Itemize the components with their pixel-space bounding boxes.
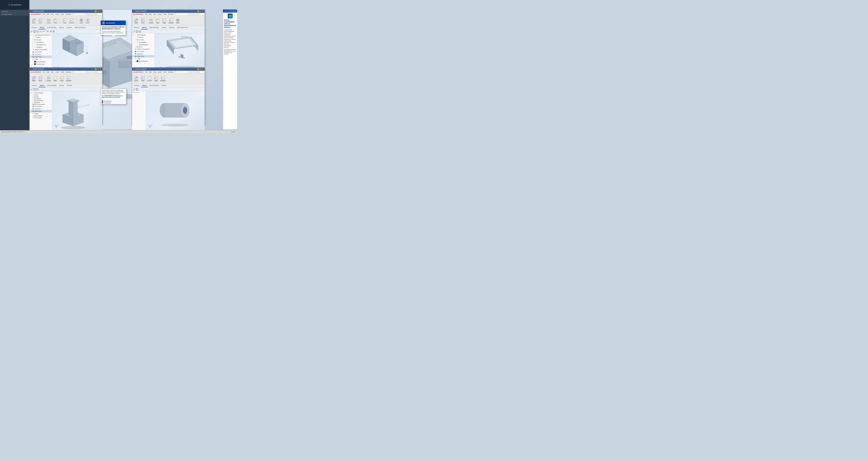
menu-help-br[interactable]: ? (175, 71, 176, 73)
tab-markup-tr[interactable]: Markup (161, 26, 167, 29)
search-tr[interactable]: Search Commands (188, 13, 204, 15)
tree-item-sensors-tl[interactable]: ▷ ◉ Sensors (30, 38, 52, 41)
tree-frontplane-tr[interactable]: ▣ Front Plane (132, 50, 154, 53)
menu-view-bl[interactable]: View (51, 71, 54, 73)
tree-bossextrude-tr[interactable]: ▷ ⬛ Boss-Extrude1 (132, 60, 154, 62)
menu-edit-bl[interactable]: Edit (46, 71, 49, 73)
icon-arc-tl[interactable] (39, 30, 42, 33)
btn-connect-bl[interactable]: Connect (45, 76, 52, 82)
tree-history-bl[interactable]: ▷ History (30, 94, 52, 96)
tree-item-annotations-tl[interactable]: ▷ A Annotations (30, 41, 52, 44)
menu-tools-tr[interactable]: Tools (163, 13, 167, 15)
tree-equations-tr[interactable]: ▷ Equations (132, 46, 154, 48)
btn-rapid-bl[interactable]: R Rapid (59, 76, 65, 82)
tree-topplane-tr[interactable]: ▣ Top Plane (132, 53, 154, 55)
tree-item-solidbodies-tl[interactable]: ▷ □ Solid Bodies(1) (30, 44, 52, 46)
icon-circle-tl[interactable] (36, 30, 39, 33)
menu-tools-tl[interactable]: Tools (61, 13, 64, 15)
icon-rect-tr[interactable] (136, 30, 138, 33)
tab-mbd-tl[interactable]: MBD Dimensions (74, 26, 87, 29)
tree-item-rightplane-tl[interactable]: ▣ Right Plane (30, 56, 52, 58)
menu-view-tr[interactable]: View (153, 13, 156, 15)
tree-sensors-tr[interactable]: ▷ ◉ Sensors (132, 38, 154, 41)
menu-view-br[interactable]: View (153, 71, 156, 73)
menu-window-br[interactable]: Window (168, 71, 174, 73)
btn-connect-tr[interactable]: Connect (148, 18, 154, 24)
tab-evaluate-bl[interactable]: Evaluate (66, 84, 73, 87)
menu-edit-br[interactable]: Edit (149, 71, 152, 73)
icon-circle-tr[interactable] (139, 30, 141, 33)
viewport-top-left[interactable]: Right Plane X Y Z (52, 33, 102, 72)
btn-snaps-tl[interactable]: Snaps (78, 18, 84, 24)
maximize-btn-top-left[interactable] (97, 10, 99, 12)
tree-frontplane-bl[interactable]: ▣ Front Plane (30, 105, 52, 108)
sidebar-resize-handle[interactable] (29, 0, 30, 134)
tree-root-tr[interactable]: ▼ ⬡ Part2 (Default) (132, 34, 154, 36)
tab-mesh-tl[interactable]: Mesh Modeling (46, 26, 58, 29)
icon-rect-bl[interactable] (33, 88, 36, 90)
tree-item-topplane-tl[interactable]: ▣ Top Plane (30, 53, 52, 56)
tree-topplane-bl[interactable]: ▣ Top Plane (30, 108, 52, 110)
icon-line-tl[interactable] (30, 30, 33, 33)
icon-rect-tl[interactable] (33, 30, 36, 33)
tree-item-equations-tl[interactable]: ▷ = Equations (30, 46, 52, 48)
tree-item-history-tl[interactable]: ▷ 🕐 History (30, 36, 52, 38)
btn-smart-dim-tl[interactable]: ∅ Smart (37, 18, 43, 24)
tab-mbd-tr[interactable]: MBD Dimensions (176, 26, 189, 29)
menu-window-tl[interactable]: Window (66, 13, 71, 15)
tree-item-part4-root[interactable]: ▼ ⬡ Part4 (Default) <<Default> D (30, 34, 52, 36)
close-btn-tr[interactable]: × (202, 10, 204, 12)
tree-sensors-bl[interactable]: ▷ Sensors (30, 96, 52, 98)
icon-line-bl[interactable] (30, 88, 33, 90)
icon-spline-tl[interactable] (42, 30, 44, 33)
btn-sketch-br[interactable]: Sketch (133, 76, 140, 82)
tree-rightplane-tr[interactable]: ▣ Right Plane (132, 55, 154, 57)
minimize-btn-bl[interactable] (95, 68, 97, 70)
tab-sketch-tr[interactable]: Sketch (141, 26, 148, 29)
menu-edit-tl[interactable]: Edit (46, 13, 49, 15)
search-commands-tl[interactable]: Search Commands (85, 13, 101, 15)
menu-edit-tr[interactable]: Edit (149, 13, 152, 15)
btn-smart-tr[interactable]: ∅ Smart (140, 18, 146, 24)
tab-evaluate-tr[interactable]: Evaluate (168, 26, 176, 29)
tab-features-tl[interactable]: Features (30, 26, 38, 29)
tab-sketch-tl[interactable]: Sketch (39, 26, 45, 29)
tree-root-bl[interactable]: ▼ ⬡ Part3 (Default) (30, 91, 52, 94)
menu-file-bl[interactable]: File (42, 71, 45, 73)
tab-markup-br[interactable]: Markup (161, 84, 167, 87)
titlebar-bl[interactable]: S PART4.SLDPRT × (30, 67, 102, 71)
tab-mesh-bl[interactable]: Mesh Modeling (46, 84, 58, 87)
maximize-btn-bl[interactable] (97, 68, 99, 70)
tree-origin-tr[interactable]: ✛ Origin (132, 57, 154, 60)
btn-snaps-tr[interactable]: Snaps (175, 18, 181, 24)
tree-item-frontplane-tl[interactable]: ▣ Front Plane (30, 51, 52, 53)
btn-instant3d-tr[interactable]: 3D Instant3D (168, 18, 174, 24)
btn-offset-bl[interactable]: Offset (52, 76, 58, 82)
tab-features-br[interactable]: Features (133, 84, 141, 87)
btn-sketch-bl[interactable]: Sketch (31, 76, 37, 82)
tree-equations-bl[interactable]: ▷ Equations (30, 102, 52, 104)
maximize-btn-br[interactable] (199, 68, 202, 70)
tab-markup-tl[interactable]: Markup (58, 26, 65, 29)
menu-tools-br[interactable]: Tools (163, 71, 167, 73)
tree-material-bl[interactable]: Material <not specified> (30, 104, 52, 105)
menu-window-tr[interactable]: Window (168, 13, 174, 15)
menu-insert-tl[interactable]: Insert (55, 13, 59, 15)
btn-smart-bl[interactable]: ∅ Smart (37, 76, 43, 82)
btn-instant3d-bl[interactable]: 3D Instant3D (65, 76, 72, 82)
tree-material-tr[interactable]: ◈ Material <not specified> (132, 48, 154, 50)
tree-annotations-tr[interactable]: ▷ A Annotations (132, 41, 154, 44)
maximize-btn-tr[interactable] (199, 10, 202, 12)
tree-item-cutextrude-tl[interactable]: ▷ ⬛ Cut-Extrude1 (30, 63, 52, 65)
minimize-btn-br[interactable] (197, 68, 199, 70)
search-br[interactable]: Search Commands (188, 71, 204, 73)
menu-insert-bl[interactable]: Insert (55, 71, 59, 73)
menu-file-br[interactable]: File (145, 71, 148, 73)
popup-tree-item-cut[interactable]: ⬛ Cut-Extrude1 (102, 102, 125, 104)
icon-rect-br[interactable] (136, 88, 138, 90)
tab-features-bl[interactable]: Features (30, 84, 38, 87)
menu-help-bl[interactable]: ? (72, 71, 73, 73)
menu-insert-tr[interactable]: Insert (158, 13, 162, 15)
titlebar-top-left[interactable]: S PART4.SLDPRT × (30, 10, 102, 13)
close-btn-br[interactable]: × (202, 68, 204, 70)
